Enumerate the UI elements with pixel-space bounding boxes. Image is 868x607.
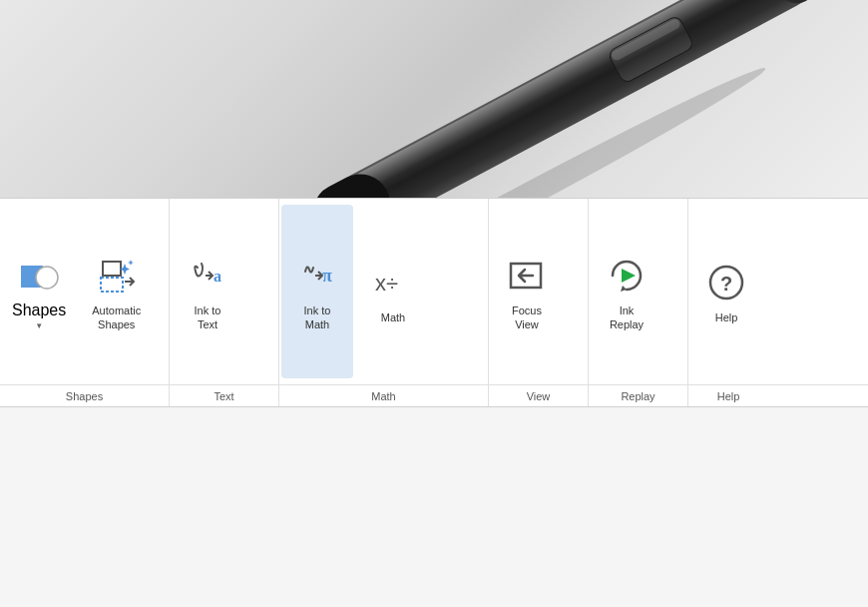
replay-group-label: Replay (589, 385, 688, 406)
math-group: π Ink toMath x÷ Math (279, 199, 489, 384)
replay-group: InkReplay (589, 199, 688, 384)
shapes-icon (17, 254, 61, 302)
math-label: Math (381, 310, 405, 324)
content-area (0, 407, 868, 607)
ink-to-text-button[interactable]: a Ink toText (172, 205, 243, 378)
help-group-label: Help (688, 385, 768, 406)
ink-replay-icon (603, 252, 651, 300)
svg-text:a: a (214, 268, 221, 285)
svg-marker-16 (621, 286, 627, 292)
svg-text:?: ? (720, 273, 732, 295)
svg-marker-17 (622, 269, 636, 283)
shapes-group: Shapes ▼ (0, 199, 170, 384)
svg-point-9 (36, 267, 58, 289)
ink-to-text-icon: a (184, 252, 231, 300)
help-icon: ? (702, 259, 750, 306)
auto-shapes-button[interactable]: AutomaticShapes (80, 205, 153, 378)
shapes-button[interactable]: Shapes ▼ (2, 205, 76, 378)
ink-replay-label: InkReplay (610, 304, 644, 332)
shapes-label: Shapes (12, 302, 66, 319)
ribbon-toolbar: Shapes ▼ (0, 198, 868, 407)
ink-to-math-icon: π (293, 252, 341, 300)
ink-to-text-label: Ink toText (195, 304, 221, 332)
help-label: Help (715, 310, 738, 324)
focus-icon (503, 252, 551, 300)
svg-rect-10 (103, 262, 121, 276)
pen-area (0, 0, 868, 210)
auto-shapes-label: AutomaticShapes (92, 304, 141, 332)
focus-view-button[interactable]: FocusView (491, 205, 563, 378)
ribbon-content: Shapes ▼ (0, 199, 868, 384)
view-group-label: View (489, 385, 589, 406)
svg-text:x÷: x÷ (375, 271, 398, 296)
auto-shapes-icon (93, 252, 141, 300)
math-group-label: Math (279, 385, 489, 406)
help-group: ? Help (688, 199, 768, 384)
ink-replay-button[interactable]: InkReplay (591, 205, 662, 378)
ribbon-footer: Shapes Text Math View Replay Help (0, 384, 868, 406)
text-group-label: Text (170, 385, 279, 406)
focus-view-label: FocusView (512, 304, 542, 332)
math-button[interactable]: x÷ Math (357, 205, 429, 378)
shapes-group-label: Shapes (0, 385, 170, 406)
text-group: a Ink toText (170, 199, 279, 384)
ink-to-math-button[interactable]: π Ink toMath (281, 205, 353, 378)
view-group: FocusView (489, 199, 589, 384)
shapes-dropdown-arrow: ▼ (35, 321, 43, 330)
math-icon: x÷ (369, 259, 417, 306)
svg-rect-11 (101, 278, 123, 292)
svg-text:π: π (322, 266, 332, 286)
help-button[interactable]: ? Help (690, 205, 762, 378)
ink-to-math-label: Ink toMath (304, 304, 331, 332)
